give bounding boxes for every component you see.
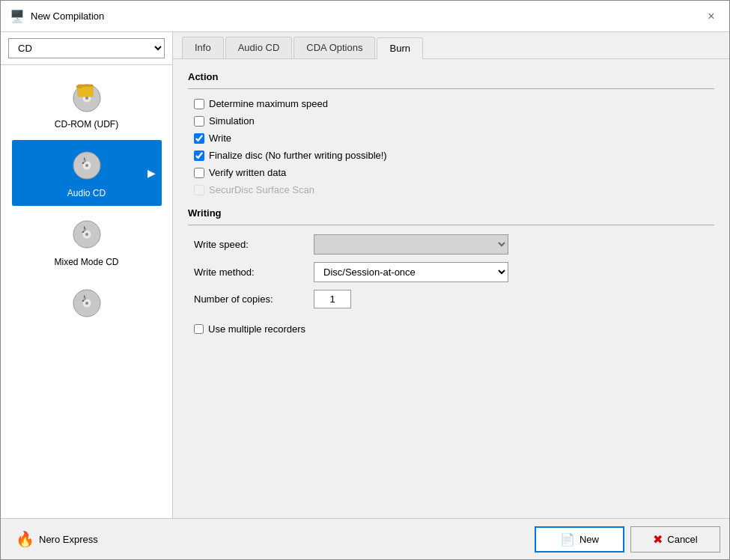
checkbox-finalize[interactable] (194, 150, 204, 161)
list-item-audiocd[interactable]: ♪ Audio CD ▶ (12, 140, 162, 206)
write-method-dropdown[interactable]: Disc/Session-at-once Track-at-once Raw (314, 262, 508, 282)
checkbox-write-label: Write (209, 133, 231, 144)
nero-express-button[interactable]: 🔥 Nero Express (10, 527, 104, 551)
checkbox-simulation-label: Simulation (209, 115, 255, 127)
dialog-window: 🖥️ New Compilation × CD DVD Blu-ray (0, 0, 730, 560)
selected-arrow: ▶ (147, 167, 156, 179)
checkbox-simulation-row: Simulation (188, 115, 714, 127)
dialog-body: CD DVD Blu-ray (1, 32, 729, 518)
write-method-row: Write method: Disc/Session-at-once Track… (188, 262, 714, 282)
checkbox-securedisc-label: SecurDisc Surface Scan (209, 184, 314, 195)
write-speed-row: Write speed: (188, 234, 714, 255)
disc-type-dropdown-row: CD DVD Blu-ray (1, 32, 172, 65)
audiocd-icon: ♪ (69, 147, 105, 183)
dialog-icon: 🖥️ (10, 9, 25, 23)
svg-text:♪: ♪ (81, 291, 87, 304)
write-method-label: Write method: (194, 267, 314, 278)
write-speed-dropdown[interactable] (314, 234, 508, 255)
multiple-recorders-label: Use multiple recorders (208, 323, 305, 335)
cancel-button[interactable]: ✖ Cancel (630, 526, 720, 553)
burn-tab-content: Action Determine maximum speed Simulatio… (173, 59, 729, 518)
svg-rect-5 (76, 85, 82, 88)
dialog-title: New Compilation (31, 10, 104, 22)
checkbox-write-row: Write (188, 133, 714, 144)
svg-point-2 (85, 97, 88, 100)
writing-divider (188, 225, 714, 225)
checkbox-max-speed-label: Determine maximum speed (209, 98, 328, 109)
new-button-label: New (580, 534, 599, 545)
action-section-title: Action (188, 71, 714, 82)
list-item-mixedmode[interactable]: ♪ Mixed Mode CD (12, 209, 162, 275)
bottom-right-buttons: 📄 New ✖ Cancel (535, 526, 720, 553)
tab-cdaoptions[interactable]: CDA Options (293, 37, 375, 58)
audiocd-label: Audio CD (67, 188, 106, 198)
cancel-button-label: Cancel (667, 534, 697, 545)
bottom-bar: 🔥 Nero Express 📄 New ✖ Cancel (1, 518, 729, 559)
checkbox-securedisc (194, 185, 204, 195)
writing-section-title: Writing (188, 207, 714, 219)
tabs-row: Info Audio CD CDA Options Burn (173, 32, 729, 59)
copies-input[interactable] (314, 290, 351, 308)
svg-text:♪: ♪ (81, 222, 87, 235)
checkbox-securedisc-row: SecurDisc Surface Scan (188, 184, 714, 195)
new-button-icon: 📄 (560, 532, 575, 547)
cancel-button-icon: ✖ (653, 532, 663, 547)
new-button[interactable]: 📄 New (535, 526, 624, 553)
copies-row: Number of copies: (188, 290, 714, 308)
mixedcd-icon: ♪ (69, 216, 105, 252)
checkbox-max-speed[interactable] (194, 99, 204, 109)
tab-info[interactable]: Info (182, 37, 224, 58)
list-item-cdrom[interactable]: CD-ROM (UDF) (12, 71, 162, 137)
tab-burn[interactable]: Burn (377, 37, 422, 59)
checkbox-finalize-row: Finalize disc (No further writing possib… (188, 150, 714, 161)
checkbox-verify-row: Verify written data (188, 167, 714, 178)
mixedcd-label: Mixed Mode CD (54, 257, 118, 267)
checkbox-verify-label: Verify written data (209, 167, 286, 178)
disc-type-list: CD-ROM (UDF) ♪ Audio CD ▶ (1, 65, 172, 518)
write-speed-control (314, 234, 508, 255)
title-bar-left: 🖥️ New Compilation (10, 9, 104, 23)
right-panel: Info Audio CD CDA Options Burn Action De… (173, 32, 729, 518)
writing-section: Writing Write speed: Write method: (188, 207, 714, 308)
title-bar: 🖥️ New Compilation × (1, 1, 729, 32)
svg-text:♪: ♪ (81, 153, 87, 166)
write-method-control: Disc/Session-at-once Track-at-once Raw (314, 262, 508, 282)
close-button[interactable]: × (702, 7, 720, 25)
disc-type-dropdown[interactable]: CD DVD Blu-ray (8, 38, 165, 58)
cdrom-label: CD-ROM (UDF) (55, 119, 118, 130)
checkbox-write[interactable] (194, 133, 204, 144)
checkbox-multiple-recorders[interactable] (194, 324, 204, 334)
checkbox-finalize-label: Finalize disc (No further writing possib… (209, 150, 387, 161)
action-divider (188, 88, 714, 89)
checkbox-max-speed-row: Determine maximum speed (188, 98, 714, 109)
copies-label: Number of copies: (194, 293, 314, 305)
cdrom-icon (69, 79, 105, 115)
audiocd2-icon: ♪ (69, 285, 105, 321)
nero-express-label: Nero Express (39, 534, 98, 545)
nero-express-icon: 🔥 (16, 530, 34, 548)
write-speed-label: Write speed: (194, 239, 314, 250)
multiple-recorders-row: Use multiple recorders (188, 323, 714, 335)
left-panel: CD DVD Blu-ray (1, 32, 173, 518)
checkbox-verify[interactable] (194, 168, 204, 178)
tab-audiocd[interactable]: Audio CD (225, 37, 293, 58)
checkbox-simulation[interactable] (194, 116, 204, 127)
list-item-audiocd2[interactable]: ♪ (12, 278, 162, 333)
